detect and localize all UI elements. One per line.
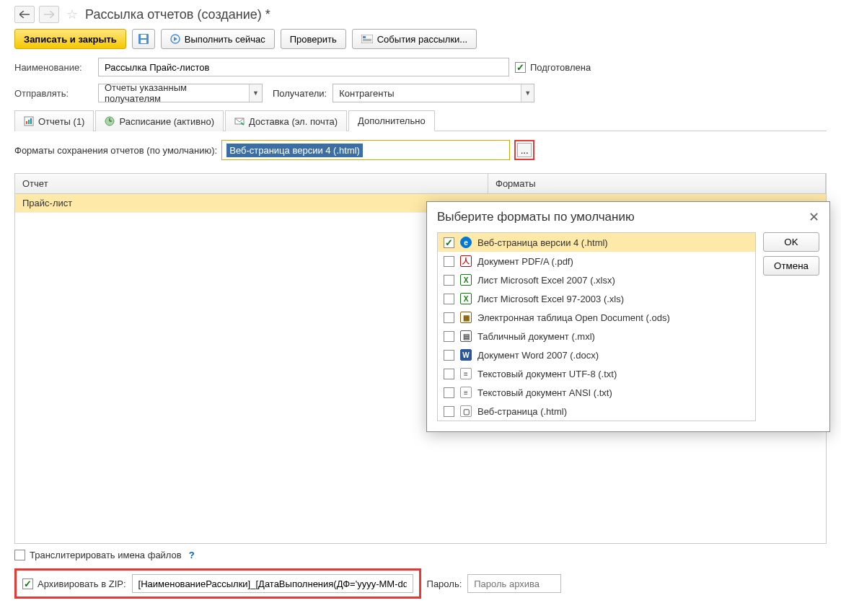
format-item[interactable]: XЛист Microsoft Excel 97-2003 (.xls): [438, 289, 755, 308]
format-item[interactable]: ≡Текстовый документ UTF-8 (.txt): [438, 364, 755, 383]
tab-reports[interactable]: Отчеты (1): [14, 110, 94, 131]
svg-rect-5: [363, 36, 366, 38]
format-label: Электронная таблица Open Document (.ods): [477, 312, 670, 323]
svg-rect-11: [30, 118, 32, 124]
clock-icon: [105, 116, 115, 126]
recipients-label: Получатели:: [273, 88, 327, 99]
svg-rect-2: [141, 40, 146, 43]
save-button[interactable]: [132, 29, 155, 49]
send-select[interactable]: Отчеты указанным получателям ▼: [98, 84, 263, 102]
checkbox-icon: [444, 406, 454, 417]
checkbox-icon: [444, 294, 454, 304]
chevron-down-icon[interactable]: ▼: [249, 84, 262, 102]
mail-icon: [234, 116, 245, 126]
checkbox-icon: [444, 350, 454, 361]
format-item[interactable]: ▢Веб-страница (.html): [438, 402, 755, 421]
events-icon: [361, 35, 373, 43]
recipients-select[interactable]: Контрагенты ▼: [333, 84, 534, 102]
run-now-button[interactable]: Выполнить сейчас: [161, 29, 275, 49]
format-label: Текстовый документ UTF-8 (.txt): [477, 369, 617, 379]
password-input[interactable]: [467, 574, 561, 593]
check-button[interactable]: Проверить: [281, 29, 346, 49]
name-input[interactable]: [98, 58, 509, 76]
format-item[interactable]: ▤Табличный документ (.mxl): [438, 327, 755, 346]
arrow-right-icon: [44, 11, 54, 18]
format-label: Веб-страница (.html): [477, 406, 567, 417]
checkbox-icon: ✓: [22, 578, 33, 589]
password-label: Пароль:: [427, 578, 462, 589]
toolbar: Записать и закрыть Выполнить сейчас Пров…: [14, 29, 827, 49]
send-label: Отправлять:: [14, 88, 92, 99]
save-close-button[interactable]: Записать и закрыть: [14, 29, 126, 49]
format-label: Документ Word 2007 (.docx): [477, 350, 599, 361]
report-icon: [24, 116, 34, 126]
dialog-ok-button[interactable]: OK: [763, 232, 819, 252]
nav-forward-button[interactable]: [39, 6, 59, 23]
play-icon: [170, 34, 180, 44]
zip-highlight: ✓ Архивировать в ZIP:: [14, 568, 421, 599]
format-item[interactable]: ▦Электронная таблица Open Document (.ods…: [438, 308, 755, 327]
format-item[interactable]: ≡Текстовый документ ANSI (.txt): [438, 383, 755, 402]
format-item[interactable]: XЛист Microsoft Excel 2007 (.xlsx): [438, 270, 755, 289]
col-report: Отчет: [15, 174, 488, 193]
dialog-cancel-button[interactable]: Отмена: [763, 256, 819, 276]
format-label: Лист Microsoft Excel 2007 (.xlsx): [477, 275, 615, 286]
format-label: Документ PDF/A (.pdf): [477, 256, 573, 267]
table-header: Отчет Форматы: [15, 174, 826, 194]
format-label: Лист Microsoft Excel 97-2003 (.xls): [477, 294, 624, 304]
checkbox-icon: [14, 550, 25, 560]
tab-delivery[interactable]: Доставка (эл. почта): [225, 110, 347, 131]
format-item[interactable]: ✓eВеб-страница версии 4 (.html): [438, 233, 755, 252]
tab-schedule[interactable]: Расписание (активно): [95, 110, 224, 131]
name-label: Наименование:: [14, 62, 92, 73]
format-item[interactable]: WДокумент Word 2007 (.docx): [438, 346, 755, 364]
formats-ellipsis-highlight: ...: [514, 140, 534, 160]
tabs: Отчеты (1) Расписание (активно) Доставка…: [14, 110, 827, 131]
svg-rect-6: [363, 39, 371, 40]
arrow-left-icon: [19, 11, 30, 18]
checkbox-icon: [444, 387, 454, 398]
formats-table: Отчет Форматы Прайс-лист Выберите формат…: [14, 173, 827, 544]
help-icon[interactable]: ?: [189, 550, 195, 560]
checkbox-icon: ✓: [444, 237, 454, 248]
format-label: Веб-страница версии 4 (.html): [477, 237, 608, 248]
zip-checkbox[interactable]: ✓ Архивировать в ZIP:: [22, 578, 126, 589]
formats-field[interactable]: Веб-страница версии 4 (.html): [221, 140, 510, 160]
checkbox-icon: [444, 312, 454, 323]
checkbox-icon: [444, 256, 454, 267]
events-button[interactable]: События рассылки...: [352, 29, 477, 49]
format-item[interactable]: 人Документ PDF/A (.pdf): [438, 252, 755, 270]
zip-name-input[interactable]: [132, 574, 413, 593]
format-label: Текстовый документ ANSI (.txt): [477, 387, 612, 398]
format-label: Табличный документ (.mxl): [477, 331, 595, 342]
header: ☆ Рассылка отчетов (создание) *: [14, 6, 827, 23]
transliterate-checkbox[interactable]: Транслитерировать имена файлов ?: [14, 550, 195, 560]
checkbox-icon: [444, 369, 454, 379]
page-title: Рассылка отчетов (создание) *: [85, 7, 270, 22]
format-dialog: Выберите форматы по умолчанию ✕ ✓eВеб-ст…: [426, 201, 830, 432]
dialog-title: Выберите форматы по умолчанию: [437, 210, 635, 224]
svg-rect-7: [363, 40, 371, 41]
save-icon: [138, 33, 149, 45]
svg-rect-10: [28, 120, 30, 124]
checkbox-icon: [444, 275, 454, 286]
tab-additional[interactable]: Дополнительно: [348, 110, 435, 131]
nav-back-button[interactable]: [14, 6, 35, 23]
checkbox-icon: ✓: [515, 62, 526, 73]
favorite-star-icon[interactable]: ☆: [66, 6, 78, 22]
format-list: ✓eВеб-страница версии 4 (.html)人Документ…: [437, 232, 756, 421]
prepared-checkbox[interactable]: ✓ Подготовлена: [515, 62, 591, 73]
chevron-down-icon[interactable]: ▼: [521, 84, 534, 102]
col-formats: Форматы: [488, 174, 826, 193]
dialog-close-button[interactable]: ✕: [809, 209, 819, 225]
formats-label: Форматы сохранения отчетов (по умолчанию…: [14, 145, 217, 156]
checkbox-icon: [444, 331, 454, 342]
svg-rect-9: [26, 121, 27, 124]
formats-ellipsis-button[interactable]: ...: [517, 143, 532, 157]
svg-rect-1: [141, 35, 146, 38]
